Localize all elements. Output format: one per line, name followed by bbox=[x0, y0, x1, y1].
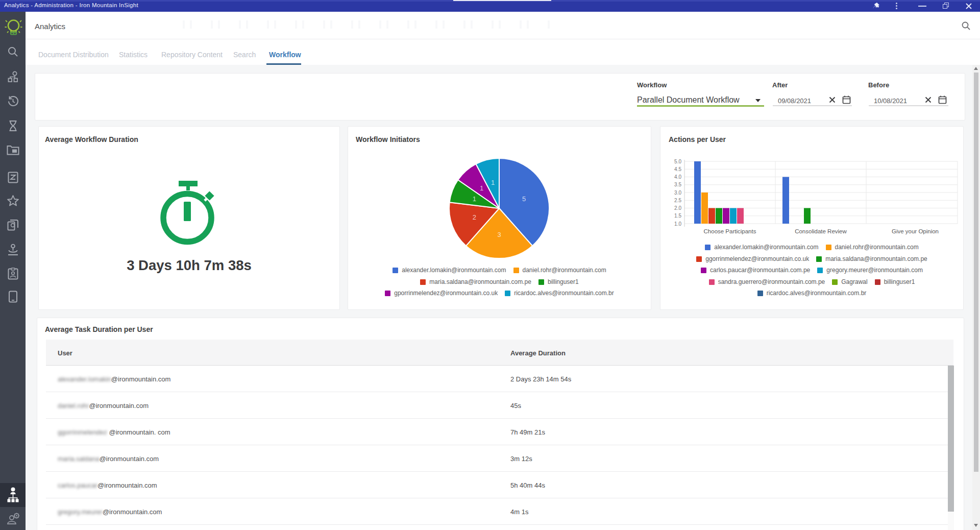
svg-text:3.0: 3.0 bbox=[674, 190, 681, 196]
svg-text:Choose Participants: Choose Participants bbox=[704, 228, 756, 234]
svg-text:4.0: 4.0 bbox=[674, 174, 681, 180]
svg-text:5: 5 bbox=[522, 195, 526, 203]
svg-text:1.5: 1.5 bbox=[674, 213, 681, 219]
svg-text:2.5: 2.5 bbox=[674, 198, 681, 203]
svg-text:1: 1 bbox=[473, 195, 476, 203]
svg-text:2.0: 2.0 bbox=[674, 205, 681, 211]
svg-text:5.0: 5.0 bbox=[674, 159, 681, 164]
svg-text:1: 1 bbox=[491, 179, 495, 186]
svg-text:2: 2 bbox=[473, 213, 476, 221]
svg-text:1.0: 1.0 bbox=[674, 221, 681, 227]
svg-text:Give your Opinion: Give your Opinion bbox=[892, 228, 939, 234]
svg-text:3: 3 bbox=[497, 231, 501, 238]
svg-text:3.5: 3.5 bbox=[674, 182, 681, 187]
svg-text:Consolidate Review: Consolidate Review bbox=[795, 228, 847, 234]
svg-text:1: 1 bbox=[480, 184, 483, 192]
svg-text:4.5: 4.5 bbox=[674, 166, 681, 172]
